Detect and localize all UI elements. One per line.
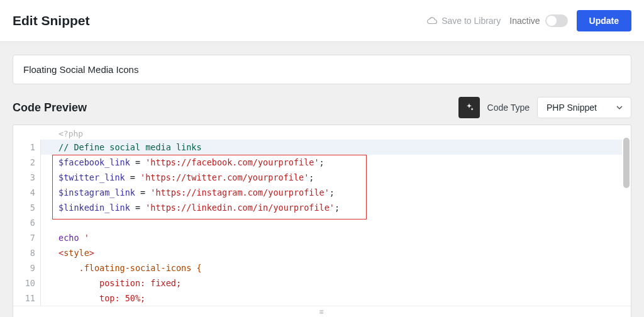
code-line: echo ' — [41, 230, 622, 245]
code-line: position: fixed; — [41, 275, 622, 291]
code-line: $twitter_link = 'https://twitter.com/you… — [41, 170, 622, 185]
ai-generate-button[interactable] — [458, 97, 480, 118]
page-title: Edit Snippet — [13, 13, 90, 28]
code-line: $facebook_link = 'https://facebook.com/y… — [41, 155, 622, 170]
inactive-label: Inactive — [509, 16, 540, 26]
code-line: .floating-social-icons { — [41, 260, 622, 275]
code-lines[interactable]: // Define social media links $facebook_l… — [41, 140, 631, 306]
save-to-library-button[interactable]: Save to Library — [426, 16, 501, 26]
active-toggle[interactable] — [545, 14, 568, 27]
update-button[interactable]: Update — [577, 10, 631, 31]
code-line: $instagram_link = 'https://instagram.com… — [41, 185, 622, 200]
code-type-value: PHP Snippet — [547, 103, 597, 113]
save-to-library-label: Save to Library — [441, 16, 501, 26]
sparkle-icon — [464, 103, 474, 113]
editor-scrollbar[interactable] — [623, 138, 630, 188]
line-number-gutter: 1 2 3 4 5 6 7 8 9 10 11 — [13, 140, 41, 306]
status-toggle-group: Inactive — [509, 14, 567, 27]
code-type-label: Code Type — [487, 103, 530, 113]
code-line: // Define social media links — [41, 140, 622, 155]
code-type-select[interactable]: PHP Snippet — [537, 97, 631, 118]
code-line: <style> — [41, 245, 622, 260]
cloud-icon — [426, 16, 438, 25]
code-line: $linkedin_link = 'https://linkedin.com/i… — [41, 200, 622, 215]
code-preview-label: Code Preview — [13, 101, 87, 114]
snippet-title-input[interactable] — [13, 55, 631, 84]
content-area: Code Preview Code Type PHP Snippet <?php… — [0, 42, 644, 317]
editor-resize-handle[interactable]: ≡ — [13, 306, 631, 317]
code-line — [41, 215, 622, 230]
code-line: top: 50%; — [41, 291, 622, 306]
php-open-tag: <?php — [13, 125, 631, 140]
chevron-down-icon — [616, 104, 623, 111]
page-header: Edit Snippet Save to Library Inactive Up… — [0, 0, 644, 42]
code-header: Code Preview Code Type PHP Snippet — [13, 97, 631, 118]
code-editor[interactable]: <?php 1 2 3 4 5 6 7 8 9 10 11 // Define … — [13, 125, 631, 317]
